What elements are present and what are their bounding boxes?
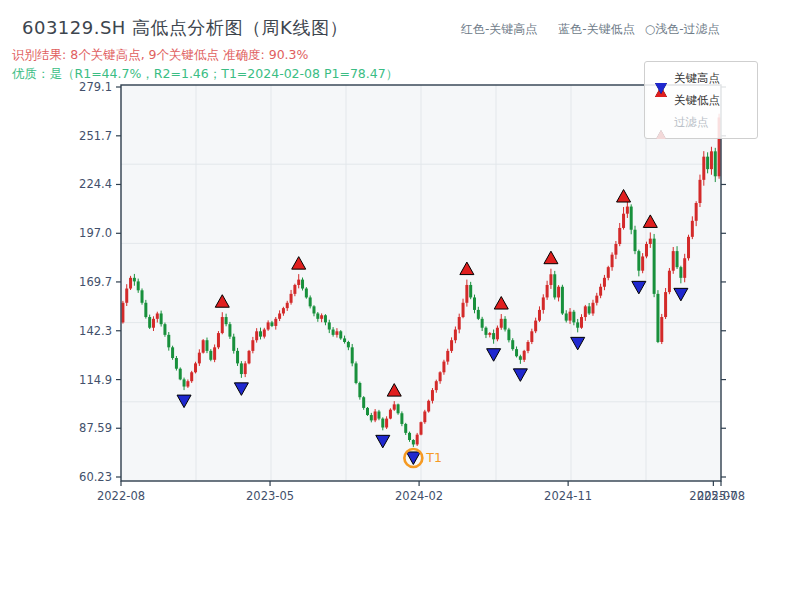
- candle-body: [683, 258, 686, 278]
- candle-body: [569, 312, 572, 321]
- candle-body: [565, 313, 568, 320]
- candle-body: [129, 278, 132, 289]
- candle-body: [339, 331, 342, 338]
- candle-body: [328, 322, 331, 329]
- x-axis-tick-label: 2022-08: [97, 489, 145, 503]
- candle-body: [679, 267, 682, 278]
- candle-body: [645, 244, 648, 256]
- candle-body: [316, 313, 319, 318]
- candle-body: [687, 237, 690, 258]
- candle-body: [232, 337, 235, 351]
- candle-body: [534, 321, 537, 332]
- candle-body: [698, 180, 701, 203]
- candle-body: [714, 151, 717, 176]
- candle-body: [389, 410, 392, 419]
- candle-body: [702, 157, 705, 180]
- candle-body: [374, 411, 377, 420]
- candle-body: [660, 317, 663, 342]
- candle-body: [175, 358, 178, 369]
- y-axis-tick-label: 114.9: [79, 373, 112, 387]
- candle-body: [240, 363, 243, 374]
- candle-body: [358, 383, 361, 397]
- candle-body: [507, 330, 510, 341]
- candle-body: [649, 239, 652, 244]
- candle-body: [347, 342, 350, 347]
- key-low-triangle-icon: [653, 94, 669, 106]
- candle-body: [458, 317, 461, 329]
- candle-body: [641, 256, 644, 270]
- y-axis-tick-label: 251.7: [79, 129, 112, 143]
- legend-item-key-high: 关键高点: [653, 67, 749, 89]
- t1-label: T1: [425, 450, 442, 465]
- candle-body: [607, 267, 610, 278]
- candle-body: [141, 290, 144, 302]
- candle-body: [320, 315, 323, 319]
- candle-body: [263, 330, 266, 337]
- y-axis-tick-label: 142.3: [79, 324, 112, 338]
- candle-body: [431, 390, 434, 401]
- color-key: 红色-关键高点蓝色-关键低点○浅色-过滤点: [461, 21, 720, 38]
- candle-body: [251, 340, 254, 351]
- candle-body: [400, 413, 403, 424]
- x-axis-tick-label: 2024-11: [544, 489, 592, 503]
- candle-body: [454, 330, 457, 341]
- candle-body: [370, 415, 373, 420]
- color-key-filtered: ○浅色-过滤点: [645, 22, 720, 36]
- candle-body: [160, 313, 163, 324]
- x-axis-tick-label: 2024-02: [395, 489, 443, 503]
- y-axis-tick-label: 224.4: [79, 177, 112, 191]
- candle-body: [209, 351, 212, 360]
- candle-body: [519, 356, 522, 360]
- candle-body: [179, 369, 182, 380]
- page-title: 603129.SH 高低点分析图（周K线图）: [22, 16, 348, 40]
- candle-body: [676, 251, 679, 267]
- candle-body: [442, 362, 445, 373]
- candle-body: [668, 271, 671, 292]
- candle-body: [286, 303, 289, 308]
- candle-body: [133, 278, 136, 282]
- candle-body: [343, 338, 346, 342]
- candle-body: [416, 435, 419, 445]
- candle-body: [656, 294, 659, 342]
- candle-body: [450, 340, 453, 351]
- candle-body: [515, 349, 518, 356]
- x-axis-tick-label: 2025-08: [697, 489, 745, 503]
- candle-body: [427, 401, 430, 412]
- candle-body: [301, 280, 304, 289]
- candle-body: [213, 347, 216, 359]
- legend-label: 关键高点: [674, 71, 720, 86]
- candle-body: [278, 313, 281, 318]
- candle-body: [580, 317, 583, 328]
- candle-body: [420, 422, 423, 434]
- candle-body: [446, 351, 449, 362]
- candle-body: [274, 319, 277, 326]
- candle-body: [305, 289, 308, 298]
- candle-body: [297, 280, 300, 285]
- candle-body: [293, 285, 296, 294]
- legend-item-key-low: 关键低点: [653, 89, 749, 111]
- quality-text: 优质：是（R1=44.7%，R2=1.46；T1=2024-02-08 P1=7…: [12, 66, 398, 83]
- candle-body: [576, 322, 579, 327]
- chart-legend: 关键高点 关键低点 过滤点: [644, 61, 758, 139]
- candle-body: [630, 207, 633, 230]
- candle-body: [584, 306, 587, 317]
- candle-body: [477, 310, 480, 319]
- candle-body: [595, 296, 598, 303]
- candle-body: [691, 221, 694, 237]
- candle-body: [634, 230, 637, 251]
- candle-body: [549, 274, 552, 285]
- candle-body: [538, 310, 541, 321]
- candle-body: [553, 274, 556, 297]
- candle-body: [672, 251, 675, 271]
- color-key-high: 红色-关键高点: [461, 22, 537, 36]
- candle-body: [393, 404, 396, 409]
- candle-body: [527, 342, 530, 351]
- candle-body: [167, 335, 170, 347]
- candle-body: [351, 347, 354, 363]
- x-axis-tick-label: 2023-05: [246, 489, 294, 503]
- color-key-low: 蓝色-关键低点: [558, 22, 634, 36]
- candle-body: [511, 340, 514, 349]
- candle-body: [614, 244, 617, 255]
- candle-body: [125, 289, 128, 303]
- y-axis-tick-label: 169.7: [79, 275, 112, 289]
